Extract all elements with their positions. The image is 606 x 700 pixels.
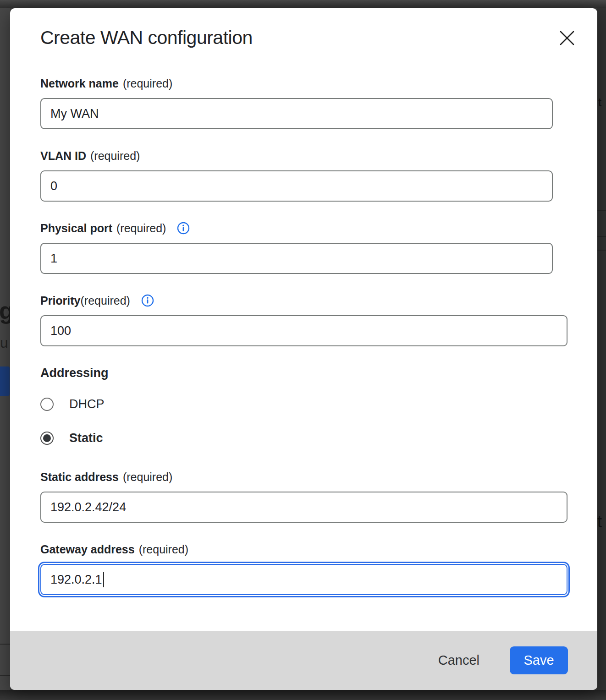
network-name-input[interactable]: My WAN [40, 98, 553, 129]
background-button-fragment [0, 366, 10, 396]
radio-label: Static [69, 431, 103, 445]
field-physical-port: Physical port (required) 1 [40, 221, 597, 274]
label-text: Network name [40, 77, 119, 90]
label-text: VLAN ID [40, 149, 86, 163]
close-icon [559, 30, 575, 47]
backdrop-bottom-strip [0, 690, 606, 700]
label-text: Gateway address [40, 542, 135, 556]
info-icon[interactable] [141, 294, 154, 307]
input-value: 100 [50, 324, 71, 338]
background-text-fragment: t [597, 512, 602, 531]
backdrop-top-strip [0, 0, 606, 8]
label-text: Priority [40, 294, 81, 307]
input-value: 1 [50, 252, 57, 266]
label-text: Static address [40, 470, 119, 484]
field-priority: Priority (required) 100 [40, 294, 597, 346]
physical-port-input[interactable]: 1 [40, 243, 553, 274]
gateway-address-label: Gateway address (required) [40, 542, 597, 556]
field-vlan-id: VLAN ID (required) 0 [40, 149, 597, 202]
static-address-input[interactable]: 192.0.2.42/24 [40, 492, 567, 523]
input-value: 0 [50, 179, 57, 193]
required-marker: (required) [139, 542, 188, 556]
field-gateway-address: Gateway address (required) 192.0.2.1 [40, 542, 597, 595]
save-button[interactable]: Save [510, 646, 568, 674]
background-divider [597, 210, 606, 211]
background-divider [597, 236, 606, 237]
background-text-fragment: t l [598, 95, 606, 109]
required-marker: (required) [123, 470, 172, 484]
gateway-address-input[interactable]: 192.0.2.1 [40, 564, 567, 595]
radio-selected-icon [40, 432, 54, 445]
input-value: My WAN [50, 107, 99, 121]
create-wan-configuration-dialog: Create WAN configuration Network name (r… [10, 8, 597, 690]
input-value: 192.0.2.1 [50, 573, 102, 587]
label-text: Physical port [40, 221, 112, 235]
required-marker: (required) [81, 294, 130, 307]
page-title: Create WAN configuration [40, 8, 597, 49]
vlan-id-label: VLAN ID (required) [40, 149, 597, 163]
close-button[interactable] [553, 25, 581, 52]
background-divider [0, 675, 10, 676]
background-divider [597, 250, 606, 251]
network-name-label: Network name (required) [40, 77, 597, 90]
required-marker: (required) [116, 221, 166, 235]
backdrop-left-strip: g u [0, 8, 10, 690]
dialog-body: Create WAN configuration Network name (r… [10, 8, 597, 631]
addressing-heading: Addressing [40, 366, 597, 380]
input-value: 192.0.2.42/24 [50, 500, 126, 514]
static-address-label: Static address (required) [40, 470, 597, 484]
required-marker: (required) [123, 77, 172, 90]
field-static-address: Static address (required) 192.0.2.42/24 [40, 470, 597, 523]
background-text-fragment: u [0, 334, 8, 351]
field-network-name: Network name (required) My WAN [40, 77, 597, 129]
background-text-fragment: g [0, 297, 10, 324]
cancel-button[interactable]: Cancel [430, 648, 488, 673]
priority-label: Priority (required) [40, 294, 597, 307]
text-cursor [103, 572, 104, 587]
background-divider [0, 644, 10, 645]
radio-option-dhcp[interactable]: DHCP [40, 394, 597, 414]
required-marker: (required) [90, 149, 140, 163]
backdrop-right-strip: t l t [597, 8, 606, 690]
dialog-footer: Cancel Save [10, 631, 597, 690]
radio-unselected-icon [40, 398, 54, 411]
radio-option-static[interactable]: Static [40, 428, 597, 448]
vlan-id-input[interactable]: 0 [40, 170, 553, 202]
radio-label: DHCP [69, 397, 105, 411]
priority-input[interactable]: 100 [40, 315, 567, 346]
radio-dot [43, 434, 51, 442]
physical-port-label: Physical port (required) [40, 221, 597, 235]
info-icon[interactable] [177, 222, 190, 235]
